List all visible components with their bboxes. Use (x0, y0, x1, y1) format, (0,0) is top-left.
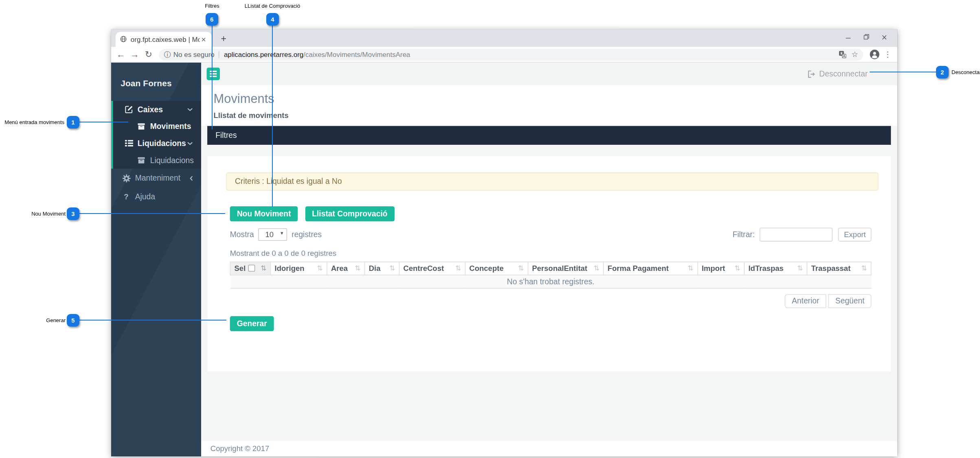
list-icon (124, 139, 133, 147)
export-button[interactable]: Export (838, 228, 871, 242)
sidebar-item-label: Caixes (138, 105, 163, 114)
content-area: Filtres Criteris : Liquidat es igual a N… (201, 126, 897, 441)
sort-icon: ⇅ (861, 264, 867, 272)
show-label: Mostra (230, 230, 254, 239)
column-header-traspassat[interactable]: Traspassat⇅ (807, 262, 871, 275)
column-header-centrecost[interactable]: CentreCost⇅ (399, 262, 465, 275)
next-page-button[interactable]: Següent (829, 294, 872, 308)
chevron-left-icon (190, 175, 193, 181)
info-icon: ⓘ (164, 50, 171, 59)
filter-input[interactable] (760, 228, 833, 242)
new-tab-button[interactable]: + (217, 33, 230, 45)
security-label: No es seguro (173, 50, 215, 58)
callout-badge-6: 6 (206, 13, 218, 26)
sidebar-item-label: Moviments (150, 122, 191, 131)
archive-icon (137, 157, 146, 164)
browser-menu-icon[interactable]: ⋮ (884, 50, 892, 59)
sidebar-user-name: Joan Fornes (121, 79, 201, 88)
column-header-dia[interactable]: Dia⇅ (365, 262, 399, 275)
callout-label-1: Menú entrada moviments (0, 119, 64, 125)
logout-label: Desconnectar (819, 70, 868, 79)
tab-title: org.fpt.caixes.web | Moviment (131, 35, 200, 43)
sidebar-item-liquidacions-sub[interactable]: Liquidacions (113, 152, 201, 169)
app-area: Joan Fornes Caixes (111, 63, 897, 456)
table-controls: Mostra 10 ▼ registres (230, 228, 872, 242)
url-path: /caixes/Moviments/MovimentsArea (303, 50, 410, 58)
browser-window: org.fpt.caixes.web | Moviment × + × ← → … (111, 29, 897, 456)
profile-avatar-icon[interactable] (870, 49, 880, 59)
column-header-concepte[interactable]: Concepte⇅ (465, 262, 528, 275)
main-area: Desconnectar Moviments Llistat de movime… (201, 63, 897, 456)
new-moviment-button[interactable]: Nou Moviment (230, 206, 298, 221)
window-controls: × (839, 29, 893, 44)
callout-label-2: Desconectar (951, 69, 980, 75)
column-header-idtraspas[interactable]: IdTraspas⇅ (744, 262, 807, 275)
previous-page-button[interactable]: Anterior (785, 294, 827, 308)
callout-label-5: Generar (0, 317, 66, 323)
column-header-forma-pagament[interactable]: Forma Pagament⇅ (603, 262, 697, 275)
column-header-sel[interactable]: Sel⇅ (230, 262, 270, 275)
sort-icon: ⇅ (389, 264, 395, 272)
sidebar-item-label: Ajuda (135, 192, 155, 201)
chevron-down-icon (187, 141, 193, 145)
sort-icon: ⇅ (455, 264, 461, 272)
sort-icon: ⇅ (594, 264, 599, 272)
back-icon[interactable]: ← (116, 49, 125, 59)
logout-link[interactable]: Desconnectar (807, 70, 868, 79)
site-security[interactable]: ⓘ No es seguro (164, 50, 215, 59)
bookmark-star-icon[interactable]: ☆ (851, 50, 858, 59)
gear-icon (122, 174, 131, 182)
sort-icon: ⇅ (688, 264, 693, 272)
sidebar-item-caixes[interactable]: Caixes (113, 101, 201, 118)
sidebar-item-manteniment[interactable]: Manteniment (111, 169, 201, 188)
column-header-personalentitat[interactable]: PersonalEntitat⇅ (528, 262, 604, 275)
callout-badge-2: 2 (936, 66, 949, 79)
criteria-alert: Criteris : Liquidat es igual a No (226, 172, 878, 191)
tab-close-icon[interactable]: × (200, 35, 207, 44)
tab-strip: org.fpt.caixes.web | Moviment × + × (111, 29, 897, 47)
table-header-row: Sel⇅ Idorigen⇅ Area⇅ Dia⇅ CentreCost⇅ Co… (230, 262, 871, 275)
column-header-idorigen[interactable]: Idorigen⇅ (271, 262, 327, 275)
callout-badge-5: 5 (67, 314, 79, 327)
callout-badge-1: 1 (67, 116, 79, 129)
forward-icon[interactable]: → (130, 49, 139, 59)
url-domain: aplicacions.peretarres.org (224, 50, 303, 58)
sort-icon: ⇅ (317, 264, 323, 272)
browser-tab[interactable]: org.fpt.caixes.web | Moviment × (116, 32, 212, 47)
column-header-area[interactable]: Area⇅ (327, 262, 365, 275)
filter-label: Filtrar: (732, 230, 755, 239)
address-field[interactable]: ⓘ No es seguro aplicacions.peretarres.or… (159, 48, 863, 60)
column-header-import[interactable]: Import⇅ (697, 262, 744, 275)
sidebar-active-section: Caixes Moviments (111, 101, 201, 169)
action-buttons: Nou Moviment Llistat Comprovació (230, 206, 872, 221)
select-all-checkbox[interactable] (248, 265, 255, 272)
translate-icon[interactable] (839, 50, 847, 58)
filters-panel-header[interactable]: Filtres (207, 126, 891, 145)
page-size-select[interactable]: 10 (258, 228, 287, 241)
callout-label-4: LListat de Comprovació (244, 3, 301, 9)
restore-button[interactable] (857, 29, 875, 44)
empty-table-message: No s'han trobat registres. (230, 275, 871, 288)
sidebar-item-ajuda[interactable]: ? Ajuda (111, 188, 201, 206)
omnibox-divider (219, 51, 220, 58)
pagination: Anterior Següent (230, 294, 872, 308)
check-list-button[interactable]: Llistat Comprovació (305, 206, 394, 221)
edit-icon (124, 105, 133, 113)
generate-button[interactable]: Generar (230, 316, 274, 331)
url-bar: ← → ↻ ⓘ No es seguro aplicacions.peretar… (111, 47, 897, 63)
sidebar-toggle-button[interactable] (207, 68, 220, 80)
minimize-button[interactable] (839, 29, 857, 44)
tab-favicon-globe-icon (120, 34, 127, 45)
sign-out-icon (807, 70, 816, 78)
sidebar-item-moviments[interactable]: Moviments (113, 118, 201, 135)
callout-label-3: Nou Moviment (0, 211, 66, 217)
reload-icon[interactable]: ↻ (144, 49, 153, 59)
sidebar-menu: Caixes Moviments (111, 101, 201, 206)
callout-badge-4: 4 (266, 13, 279, 26)
sidebar: Joan Fornes Caixes (111, 63, 201, 456)
sidebar-item-liquidacions[interactable]: Liquidacions (113, 135, 201, 152)
close-window-button[interactable]: × (875, 29, 894, 44)
sort-icon: ⇅ (518, 264, 524, 272)
footer: Copyright © 2017 (201, 441, 897, 456)
sidebar-item-label: Liquidacions (138, 139, 186, 148)
